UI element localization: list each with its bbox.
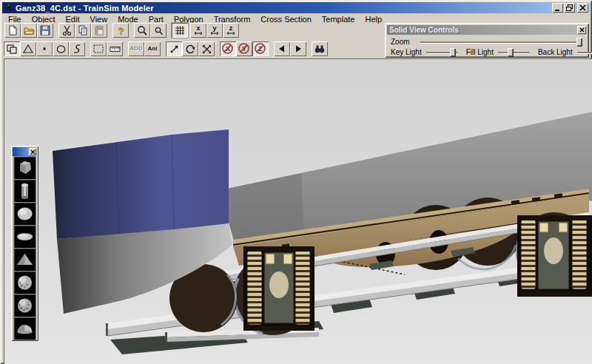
lock-y-button[interactable]: Y: [236, 41, 252, 56]
z-axis-button[interactable]: z: [223, 23, 239, 38]
shape-palette: [11, 146, 38, 341]
help-icon: ?: [118, 25, 124, 36]
axlebox-springs: [243, 246, 314, 331]
title-bar[interactable]: Ganz38_4C.dst - TrainSim Modeler: [2, 2, 590, 13]
rotate-tool-button[interactable]: [182, 41, 198, 56]
restore-button[interactable]: [564, 3, 575, 13]
tool-hemisphere-button[interactable]: [14, 317, 36, 340]
circle-tool-button[interactable]: [53, 41, 69, 56]
move-tool-button[interactable]: [166, 41, 182, 56]
close-button[interactable]: [577, 3, 588, 13]
y-axis-button[interactable]: y: [206, 23, 223, 38]
cut-icon: [62, 25, 72, 36]
prev-button[interactable]: [274, 41, 290, 56]
tool-cube-button[interactable]: [14, 157, 36, 179]
grid-icon: [175, 25, 185, 36]
zoom-slider-label: Zoom: [391, 38, 410, 46]
shape-palette-close-button[interactable]: [29, 148, 36, 155]
cut-button[interactable]: [58, 23, 75, 38]
back-light-slider[interactable]: [577, 48, 592, 56]
zoom-slider-thumb[interactable]: [576, 38, 582, 46]
key-light-slider[interactable]: [426, 48, 457, 56]
menu-cross-section[interactable]: Cross Section: [255, 15, 316, 24]
scale-icon: [202, 44, 212, 54]
horizontal-arrows-icon: [226, 31, 235, 36]
zoom-out-icon: [153, 25, 164, 36]
solid-view-controls-panel: Solid View Controls Zoom Key Light Fill …: [385, 23, 589, 58]
hemisphere-icon: [15, 319, 35, 338]
fill-light-slider[interactable]: [498, 48, 529, 56]
scale-tool-button[interactable]: [198, 41, 215, 56]
zoom-slider[interactable]: [420, 38, 582, 46]
help-button[interactable]: ?: [112, 23, 129, 38]
cube-icon: [15, 158, 35, 178]
zoom-slider-track[interactable]: [420, 41, 582, 44]
fill-light-thumb[interactable]: [508, 48, 513, 56]
point-tool-button[interactable]: [36, 41, 53, 56]
close-icon: [579, 4, 586, 11]
animate-button[interactable]: Ani: [144, 41, 161, 56]
toolbar-tools: ADD Ani X: [4, 41, 328, 57]
panel-close-button[interactable]: [577, 26, 586, 34]
tool-rock-sphere-button[interactable]: [14, 294, 36, 317]
back-light-label: Back Light: [538, 48, 573, 56]
circle-icon: [56, 44, 66, 54]
copy-button[interactable]: [75, 23, 91, 38]
copy-icon: [78, 25, 88, 36]
right-bogie: [516, 212, 592, 297]
select-object-button[interactable]: [4, 41, 20, 56]
tool-textured-sphere-button[interactable]: [14, 272, 36, 294]
y-axis-icon: y: [212, 26, 216, 31]
find-icon: [314, 44, 325, 54]
fill-light-label: Fill Light: [466, 48, 494, 56]
menu-help[interactable]: Help: [360, 15, 387, 24]
lock-x-button[interactable]: X: [220, 41, 236, 56]
tool-cylinder-button[interactable]: [14, 180, 36, 202]
menu-template[interactable]: Template: [317, 15, 360, 24]
rotate-icon: [186, 44, 195, 54]
open-button[interactable]: [21, 23, 37, 38]
horizontal-arrows-icon: [210, 31, 219, 36]
next-button[interactable]: [290, 41, 306, 56]
find-button[interactable]: [312, 41, 328, 56]
lock-z-icon: [254, 42, 266, 55]
paste-button[interactable]: [91, 23, 107, 38]
select-rect-icon: [93, 44, 104, 53]
minimize-button[interactable]: [552, 3, 563, 13]
new-button[interactable]: [4, 23, 21, 38]
shape-palette-titlebar[interactable]: [13, 147, 37, 156]
x-axis-icon: x: [196, 26, 200, 31]
select-rect-button[interactable]: [90, 41, 107, 56]
scene-render: [5, 60, 592, 364]
zoom-out-button[interactable]: [150, 23, 166, 38]
lock-z-button[interactable]: Z: [252, 41, 269, 56]
viewport-3d[interactable]: [4, 58, 592, 364]
x-axis-button[interactable]: x: [190, 23, 206, 38]
add-button[interactable]: ADD: [128, 41, 144, 56]
lock-x-icon: [221, 42, 234, 55]
move-icon: [169, 44, 179, 54]
axlebox-springs: [517, 215, 592, 297]
tool-disc-button[interactable]: [14, 226, 36, 248]
left-bogie: [233, 246, 314, 335]
add-icon: ADD: [130, 46, 142, 52]
cone-icon: [15, 250, 35, 269]
tool-cone-button[interactable]: [14, 249, 36, 271]
prev-icon: [278, 45, 286, 53]
ruler-button[interactable]: [107, 41, 123, 56]
select-object-icon: [7, 44, 17, 54]
triangle-tool-button[interactable]: [20, 41, 36, 56]
spline-tool-button[interactable]: [69, 41, 85, 56]
save-button[interactable]: [37, 23, 53, 38]
grid-button[interactable]: [172, 23, 188, 38]
lock-y-icon: [238, 42, 250, 55]
zoom-in-button[interactable]: [134, 23, 150, 38]
spline-icon: [73, 44, 81, 54]
fill-light-track[interactable]: [498, 52, 529, 54]
save-icon: [40, 25, 50, 36]
solid-view-controls-titlebar[interactable]: Solid View Controls: [387, 25, 587, 35]
key-light-thumb[interactable]: [450, 48, 455, 56]
back-light-track[interactable]: [577, 52, 592, 54]
tool-sphere-button[interactable]: [14, 203, 36, 225]
horizontal-arrows-icon: [194, 31, 203, 36]
